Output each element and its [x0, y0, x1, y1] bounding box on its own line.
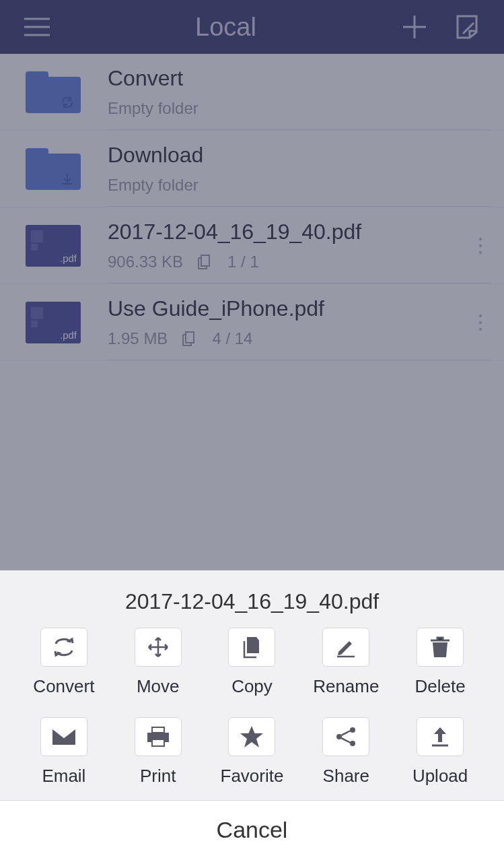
action-label: Rename: [313, 676, 379, 697]
upload-action[interactable]: Upload: [396, 717, 484, 787]
action-label: Move: [137, 676, 180, 697]
move-icon: [147, 636, 170, 659]
action-label: Favorite: [221, 766, 284, 787]
action-label: Upload: [412, 766, 468, 787]
cancel-button[interactable]: Cancel: [0, 800, 504, 866]
action-label: Print: [140, 766, 176, 787]
action-label: Delete: [415, 676, 466, 697]
copy-icon: [240, 636, 263, 659]
action-sheet: 2017-12-04_16_19_40.pdf Convert Move Cop…: [0, 570, 504, 866]
upload-icon: [430, 726, 450, 747]
favorite-action[interactable]: Favorite: [208, 717, 295, 787]
print-icon: [146, 726, 170, 747]
copy-action[interactable]: Copy: [208, 628, 295, 697]
email-action[interactable]: Email: [20, 717, 108, 787]
email-icon: [52, 728, 76, 745]
svg-point-6: [350, 727, 355, 733]
action-label: Email: [42, 766, 85, 787]
svg-point-8: [350, 741, 355, 746]
trash-icon: [430, 636, 450, 659]
print-action[interactable]: Print: [114, 717, 202, 787]
delete-action[interactable]: Delete: [396, 628, 484, 697]
rename-action[interactable]: Rename: [302, 628, 390, 697]
action-label: Convert: [33, 676, 94, 697]
action-label: Share: [323, 766, 369, 787]
sheet-title: 2017-12-04_16_19_40.pdf: [0, 570, 504, 621]
share-icon: [335, 726, 357, 747]
rename-icon: [334, 636, 357, 659]
move-action[interactable]: Move: [114, 628, 202, 697]
star-icon: [240, 726, 263, 747]
convert-icon: [52, 637, 75, 657]
share-action[interactable]: Share: [302, 717, 390, 787]
action-label: Copy: [231, 676, 273, 697]
convert-action[interactable]: Convert: [20, 628, 108, 697]
